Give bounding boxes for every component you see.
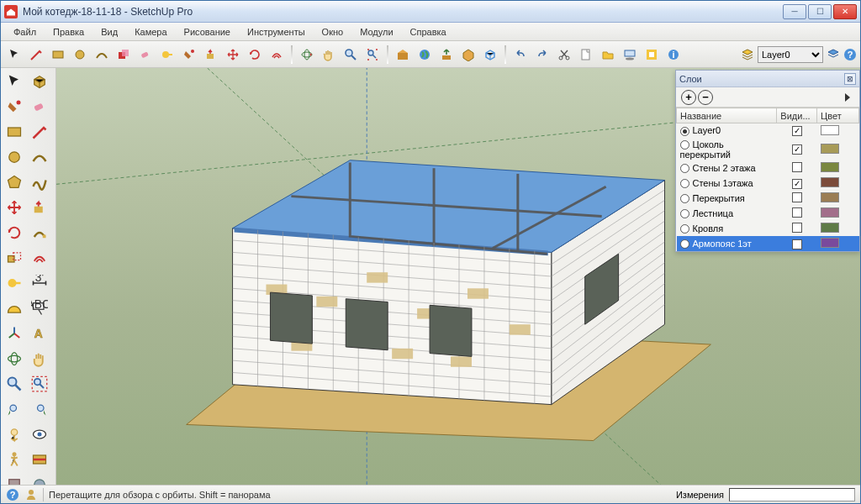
tool-circle-icon[interactable] — [70, 45, 90, 65]
tool-orbit-icon[interactable] — [297, 45, 317, 65]
layer-active-radio[interactable] — [680, 179, 689, 188]
layer-row[interactable]: Цоколь перекрытий✓ — [677, 139, 859, 161]
close-button[interactable]: ✕ — [833, 4, 857, 19]
tool-upload-icon[interactable] — [436, 45, 457, 65]
remove-layer-button[interactable]: − — [698, 90, 713, 105]
viewport-3d[interactable]: Слои ⊠ + − Название Види... Цвет Layer0✓… — [56, 68, 860, 485]
tool-shadow-icon[interactable] — [620, 45, 640, 65]
status-info-icon[interactable]: ? — [6, 488, 19, 501]
layer-row[interactable]: Стены 1этажа✓ — [677, 176, 859, 191]
layer-color-swatch[interactable] — [821, 177, 839, 187]
layer-visible-checkbox[interactable] — [792, 223, 802, 233]
palette-rotate-icon[interactable] — [3, 221, 26, 244]
palette-dimension-icon[interactable]: 3' — [28, 271, 51, 295]
palette-rect-icon[interactable] — [3, 120, 26, 144]
palette-scale-icon[interactable] — [3, 246, 26, 270]
layer-visible-checkbox[interactable]: ✓ — [792, 239, 802, 249]
tool-move-icon[interactable] — [223, 45, 243, 65]
tool-component-icon[interactable] — [114, 45, 134, 65]
palette-orbit-icon[interactable] — [3, 347, 26, 370]
layer-visible-checkbox[interactable] — [792, 162, 802, 172]
layer-color-swatch[interactable] — [821, 223, 839, 233]
add-layer-button[interactable]: + — [681, 90, 696, 105]
tool-style-icon[interactable] — [642, 45, 662, 65]
tool-zoom-extents-icon[interactable] — [362, 45, 383, 65]
palette-component-icon[interactable] — [28, 70, 51, 93]
palette-camera-icon[interactable] — [3, 423, 26, 446]
layer-active-radio[interactable] — [680, 140, 689, 150]
palette-protractor-icon[interactable] — [3, 297, 26, 320]
palette-axes-icon[interactable] — [3, 322, 26, 345]
menu-plugins[interactable]: Модули — [352, 25, 400, 39]
tool-undo-icon[interactable] — [510, 45, 531, 65]
palette-pan-icon[interactable] — [28, 347, 51, 370]
tool-new-icon[interactable] — [576, 45, 596, 65]
palette-prev-icon[interactable] — [3, 397, 26, 421]
palette-pushpull-icon[interactable] — [28, 196, 51, 219]
palette-freehand-icon[interactable] — [28, 171, 51, 194]
palette-eraser-icon[interactable] — [28, 95, 51, 118]
menu-window[interactable]: Окно — [314, 25, 351, 39]
layer-active-radio[interactable] — [680, 239, 689, 249]
tool-eraser-icon[interactable] — [135, 45, 156, 65]
layer-active-radio[interactable] — [680, 194, 689, 203]
layer-row[interactable]: Стены 2 этажа — [677, 160, 859, 176]
palette-zoom-icon[interactable] — [3, 372, 26, 396]
layer-row[interactable]: Кровля — [677, 221, 859, 236]
tool-earth-icon[interactable] — [415, 45, 435, 65]
palette-line-icon[interactable] — [28, 120, 51, 144]
tool-iso-icon[interactable] — [480, 45, 500, 65]
tool-pan-icon[interactable] — [319, 45, 339, 65]
layer-dropdown[interactable]: Layer0 — [758, 46, 823, 63]
layer-visible-checkbox[interactable] — [792, 192, 802, 202]
palette-look-icon[interactable] — [28, 423, 51, 446]
layer-visible-checkbox[interactable]: ✓ — [792, 144, 802, 155]
layers-panel-close-icon[interactable]: ⊠ — [844, 73, 856, 85]
palette-paint-icon[interactable] — [3, 95, 26, 118]
layer-color-swatch[interactable] — [821, 207, 839, 218]
layer-row[interactable]: Лестница — [677, 206, 859, 221]
palette-select-icon[interactable] — [3, 70, 26, 93]
measurements-input[interactable] — [729, 488, 855, 501]
palette-3dtext-icon[interactable]: A — [28, 322, 51, 345]
tool-redo-icon[interactable] — [532, 45, 552, 65]
tool-line-icon[interactable] — [26, 45, 46, 65]
palette-move-icon[interactable] — [3, 196, 26, 219]
tool-offset-icon[interactable] — [267, 45, 287, 65]
layer-active-radio[interactable] — [680, 209, 689, 218]
palette-offset-icon[interactable] — [28, 246, 51, 270]
layer-color-swatch[interactable] — [821, 125, 839, 135]
palette-plugin1-icon[interactable] — [3, 473, 26, 485]
tool-cut-icon[interactable] — [554, 45, 574, 65]
tool-rotate-icon[interactable] — [245, 45, 265, 65]
layers-options-icon[interactable] — [827, 48, 840, 61]
maximize-button[interactable]: ☐ — [808, 4, 832, 19]
menu-view[interactable]: Вид — [93, 25, 125, 39]
layer-row[interactable]: Армопояс 1эт✓ — [677, 236, 859, 251]
layer-color-swatch[interactable] — [821, 238, 839, 248]
palette-circle-icon[interactable] — [3, 145, 26, 169]
tool-warehouse-get-icon[interactable] — [393, 45, 413, 65]
tool-3dwh-icon[interactable] — [458, 45, 478, 65]
palette-arc-icon[interactable] — [28, 145, 51, 169]
layers-col-name[interactable]: Название — [677, 108, 777, 123]
layers-menu-icon[interactable] — [841, 91, 854, 104]
layers-col-color[interactable]: Цвет — [817, 108, 859, 123]
menu-tools[interactable]: Инструменты — [240, 25, 313, 39]
minimize-button[interactable]: ─ — [783, 4, 806, 19]
tool-arc-icon[interactable] — [92, 45, 112, 65]
layer-color-swatch[interactable] — [821, 192, 839, 202]
menu-draw[interactable]: Рисование — [177, 25, 238, 39]
tool-tape-icon[interactable] — [157, 45, 177, 65]
palette-polygon-icon[interactable] — [3, 171, 26, 194]
menu-edit[interactable]: Правка — [45, 25, 92, 39]
layer-color-swatch[interactable] — [821, 162, 839, 172]
palette-walk-icon[interactable] — [3, 448, 26, 471]
layers-col-visible[interactable]: Види... — [777, 108, 817, 123]
tool-pushpull-icon[interactable] — [201, 45, 221, 65]
layer-active-radio[interactable] — [680, 224, 689, 234]
palette-followme-icon[interactable] — [28, 221, 51, 244]
layer-row[interactable]: Перекрытия — [677, 191, 859, 206]
menu-help[interactable]: Справка — [403, 25, 454, 39]
tool-paint-icon[interactable] — [179, 45, 199, 65]
